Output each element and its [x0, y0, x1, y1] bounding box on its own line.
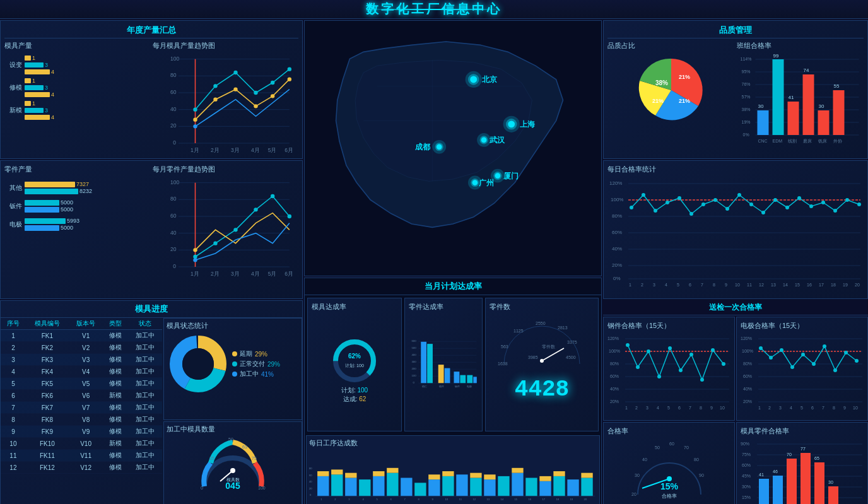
svg-rect-148 [331, 474, 343, 496]
svg-point-346 [855, 359, 859, 363]
svg-text:7: 7 [701, 283, 703, 287]
svg-rect-383 [759, 479, 769, 504]
th-type: 类型 [103, 318, 128, 330]
svg-text:80%: 80% [612, 213, 622, 219]
table-row: 9 FK9 V9 修模 加工中 [1, 426, 162, 438]
svg-text:57%: 57% [742, 95, 751, 99]
center-panel: 北京 上海 武汉 成都 [304, 20, 602, 504]
svg-rect-119 [427, 344, 433, 383]
svg-text:30: 30 [758, 103, 764, 109]
svg-point-269 [845, 198, 849, 202]
svg-text:15%: 15% [660, 481, 678, 491]
svg-text:广州: 广州 [478, 179, 494, 187]
svg-text:18: 18 [556, 498, 560, 501]
svg-text:0: 0 [173, 263, 176, 269]
svg-text:8: 8 [418, 498, 419, 501]
svg-text:30: 30 [635, 473, 640, 478]
td-type: 修模 [103, 462, 128, 474]
svg-text:100: 100 [170, 179, 179, 185]
svg-text:合格率: 合格率 [662, 493, 677, 499]
svg-text:600: 600 [411, 339, 416, 343]
svg-line-139 [542, 348, 564, 361]
svg-rect-155 [387, 473, 398, 496]
svg-text:6: 6 [678, 406, 681, 410]
svg-text:9: 9 [725, 283, 727, 287]
svg-text:2813: 2813 [558, 325, 568, 330]
electrode-rate-svg: 120% 100% 80% 60% 40% 20% [741, 332, 864, 414]
th-id: 模具编号 [26, 318, 69, 330]
svg-point-24 [288, 77, 291, 81]
svg-text:17: 17 [542, 498, 546, 501]
svg-rect-118 [421, 342, 426, 383]
bar-label-1: 设变 [4, 61, 22, 69]
td-type: 新模 [103, 438, 128, 450]
header-deco-right [376, 9, 502, 10]
td-id: FK1 [26, 330, 69, 342]
svg-text:60: 60 [170, 213, 177, 219]
daily-rate-svg: 120% 100% 80% 60% 40% 20% 0% [607, 176, 864, 293]
svg-text:5月: 5月 [268, 271, 277, 277]
svg-point-308 [668, 346, 672, 350]
svg-text:45%: 45% [742, 474, 751, 478]
mold-trend-svg: 100 80 60 40 20 0 [153, 52, 298, 153]
svg-text:8: 8 [833, 406, 835, 410]
legend-wip: 加工中 41% [232, 370, 280, 378]
svg-text:5: 5 [376, 498, 378, 501]
part-big-number: 4428 [515, 377, 569, 402]
svg-point-309 [679, 368, 683, 372]
svg-point-50 [288, 214, 291, 218]
svg-text:磨床: 磨床 [803, 139, 812, 143]
svg-text:11: 11 [747, 283, 752, 287]
svg-text:2月: 2月 [211, 271, 220, 277]
svg-rect-121 [445, 368, 450, 384]
svg-text:25: 25 [209, 456, 214, 460]
svg-text:62%: 62% [348, 353, 361, 360]
part-count-title: 零件数 [490, 302, 594, 312]
state-donut-svg [167, 332, 230, 396]
right-panel: 品质管理 品质占比 [603, 20, 868, 504]
svg-text:65: 65 [814, 456, 819, 460]
svg-text:4: 4 [657, 406, 659, 410]
td-id: FK5 [26, 378, 69, 390]
svg-text:100: 100 [411, 374, 416, 377]
daily-rate-title: 每日合格率统计 [607, 165, 864, 174]
svg-rect-228 [833, 90, 845, 135]
wip-gauge-title: 加工中模具数量 [167, 425, 299, 434]
svg-text:38%: 38% [742, 107, 751, 112]
svg-rect-120 [438, 365, 444, 383]
svg-point-49 [271, 194, 274, 198]
td-seq: 3 [1, 354, 26, 366]
svg-point-253 [654, 209, 657, 213]
svg-text:3: 3 [348, 498, 350, 501]
daily-completion-svg: 80 60 40 20 0 [309, 450, 597, 504]
delay-pct: 29% [255, 351, 267, 358]
svg-point-254 [666, 201, 669, 204]
svg-text:2: 2 [641, 283, 643, 287]
steel-rate-svg: 120% 100% 80% 60% 40% 20% [607, 332, 730, 414]
svg-point-345 [844, 351, 848, 355]
mold-rate-title: 模具达成率 [312, 302, 397, 312]
svg-text:74: 74 [804, 67, 809, 73]
svg-point-338 [769, 356, 773, 360]
th-status: 状态 [128, 318, 162, 330]
mold-rate-display: 62% 计划: 100 计划: 100 达成: 62 [312, 314, 397, 426]
svg-text:50: 50 [228, 437, 233, 442]
delay-label: 延期 [240, 349, 252, 358]
table-row: 11 FK11 V11 修模 加工中 [1, 450, 162, 462]
td-id: FK7 [26, 402, 69, 414]
pie-title: 品质占比 [607, 41, 734, 50]
svg-point-19 [193, 117, 197, 121]
svg-text:100%: 100% [611, 197, 623, 202]
mold-table-body: 1 FK1 V1 修模 加工中 2 FK2 V2 修模 加工中 3 FK3 V3… [1, 330, 162, 474]
svg-text:镶件: 镶件 [438, 385, 444, 388]
svg-point-255 [677, 196, 681, 200]
svg-point-264 [785, 206, 789, 209]
completion-section: 当月计划达成率 模具达成率 62% 计划: 100 计划: 100 [304, 278, 602, 504]
svg-rect-175 [553, 471, 565, 476]
svg-text:60: 60 [669, 442, 674, 446]
td-status: 加工中 [128, 330, 162, 342]
td-status: 加工中 [128, 354, 162, 366]
svg-point-64 [230, 468, 235, 473]
td-seq: 11 [1, 450, 26, 462]
svg-rect-153 [373, 476, 384, 496]
